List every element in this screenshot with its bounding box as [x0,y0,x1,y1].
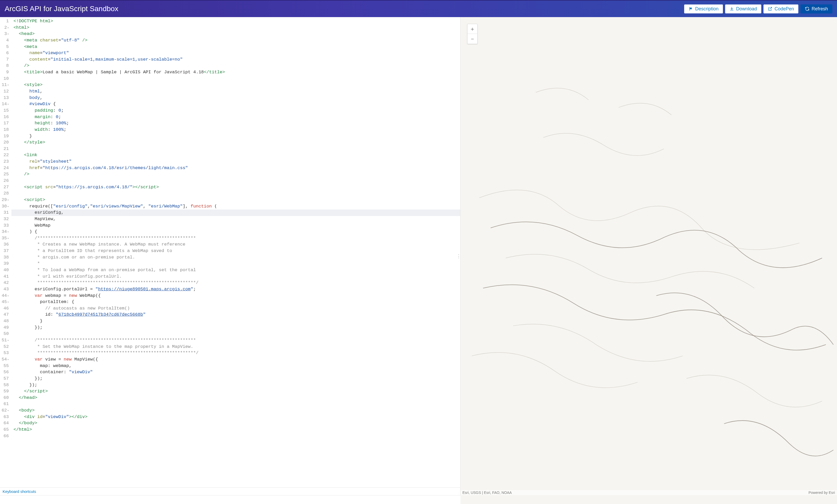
code-line[interactable]: }); [12,324,460,331]
code-line[interactable]: <body> [12,407,460,414]
flag-icon [689,6,693,11]
code-line[interactable]: portalItem: { [12,299,460,305]
code-line[interactable]: map: webmap, [12,363,460,369]
code-line[interactable]: } [12,318,460,324]
code-line[interactable]: }); [12,376,460,382]
code-line[interactable]: </head> [12,395,460,401]
code-line[interactable]: <html> [12,24,460,31]
code-line[interactable]: </body> [12,420,460,427]
line-number: 53 [1,350,9,356]
code-line[interactable]: ****************************************… [12,280,460,286]
code-line[interactable]: <div id="viewDiv"></div> [12,414,460,421]
code-line[interactable]: width: 100%; [12,127,460,133]
line-number: 29 [1,197,9,203]
line-number: 66 [1,433,9,440]
line-number: 21 [1,146,9,152]
code-line[interactable]: }); [12,382,460,389]
minus-icon: － [469,35,475,43]
line-number: 61 [1,401,9,407]
code-line[interactable]: ****************************************… [12,350,460,356]
code-line[interactable] [12,433,460,440]
code-line[interactable]: id: "6718cb4997d74517b347cd67dec5668b" [12,312,460,318]
code-line[interactable]: WebMap [12,223,460,229]
code-line[interactable] [12,178,460,184]
code-line[interactable]: /> [12,171,460,178]
refresh-button[interactable]: Refresh [800,4,832,14]
line-number: 47 [1,312,9,318]
code-line[interactable]: rel="stylesheet" [12,158,460,165]
line-number: 36 [1,241,9,248]
code-line[interactable]: esriConfig, [12,209,460,216]
code-line[interactable]: <script> [12,197,460,203]
code-line[interactable]: /> [12,63,460,69]
code-line[interactable]: var view = new MapView({ [12,356,460,363]
line-number: 1 [1,18,9,24]
zoom-in-button[interactable]: ＋ [467,24,477,34]
code-body[interactable]: <!DOCTYPE html><html> <head> <meta chars… [12,17,460,487]
code-line[interactable]: * To load a WebMap from an on-premise po… [12,267,460,274]
code-line[interactable]: var webmap = new WebMap({ [12,293,460,299]
code-line[interactable]: /***************************************… [12,337,460,344]
code-line[interactable]: container: "viewDiv" [12,369,460,376]
code-line[interactable]: <meta [12,44,460,50]
code-line[interactable]: #viewDiv { [12,101,460,108]
code-line[interactable]: <style> [12,82,460,88]
line-number: 7 [1,56,9,63]
code-line[interactable]: <!DOCTYPE html> [12,18,460,24]
line-number: 62 [1,407,9,414]
code-line[interactable]: padding: 0; [12,108,460,114]
line-number: 56 [1,369,9,376]
code-line[interactable] [12,146,460,152]
code-line[interactable]: esriConfig.portalUrl = "https://niuge890… [12,286,460,293]
download-button[interactable]: Download [725,4,761,14]
code-line[interactable]: * a PortalItem ID that represents a WebM… [12,248,460,254]
code-line[interactable]: * Set the WebMap instance to the map pro… [12,344,460,350]
line-number: 57 [1,376,9,382]
line-number: 33 [1,223,9,229]
code-line[interactable]: // autocasts as new PortalItem() [12,305,460,312]
code-line[interactable]: * Creates a new WebMap instance. A WebMa… [12,241,460,248]
preview-pane: ＋ － Esri, USGS | Esri, FAO, NOAA Powered… [461,17,837,495]
code-line[interactable]: <script src="https://js.arcgis.com/4.18/… [12,184,460,191]
code-line[interactable] [12,190,460,197]
code-line[interactable]: <title>Load a basic WebMap | Sample | Ar… [12,69,460,76]
line-number: 5 [1,44,9,50]
code-line[interactable]: require(["esri/config","esri/views/MapVi… [12,203,460,210]
keyboard-shortcuts-link[interactable]: Keyboard shortcuts [3,489,36,493]
code-line[interactable]: body, [12,95,460,101]
code-line[interactable]: <meta charset="utf-8" /> [12,37,460,44]
line-number: 28 [1,190,9,197]
code-line[interactable] [12,76,460,82]
code-line[interactable] [12,331,460,337]
description-label: Description [695,6,718,12]
line-number: 8 [1,63,9,69]
download-icon [729,6,734,11]
line-number: 26 [1,178,9,184]
code-line[interactable]: * [12,261,460,267]
code-line[interactable]: margin: 0; [12,114,460,120]
code-line[interactable]: name="viewport" [12,50,460,56]
code-line[interactable]: </script> [12,388,460,395]
code-line[interactable]: ) { [12,229,460,235]
code-line[interactable]: content="initial-scale=1,maximum-scale=1… [12,56,460,63]
code-line[interactable]: <link [12,152,460,158]
map-canvas[interactable] [461,17,837,504]
code-line[interactable]: <head> [12,31,460,37]
code-line[interactable]: MapView, [12,216,460,223]
code-line[interactable]: </html> [12,427,460,433]
code-line[interactable]: * url with esriConfig.portalUrl. [12,274,460,280]
code-line[interactable]: * arcgis.com or an on-premise portal. [12,254,460,261]
codepen-button[interactable]: CodePen [763,4,798,14]
code-line[interactable] [12,401,460,407]
codepen-label: CodePen [774,6,794,12]
code-line[interactable]: html, [12,88,460,95]
zoom-out-button[interactable]: － [467,34,477,44]
code-line[interactable]: href="https://js.arcgis.com/4.18/esri/th… [12,165,460,171]
code-line[interactable]: height: 100%; [12,120,460,127]
code-editor[interactable]: 1234567891011121314151617181920212223242… [0,17,460,487]
description-button[interactable]: Description [684,4,723,14]
line-number: 44 [1,293,9,299]
code-line[interactable]: /***************************************… [12,235,460,242]
code-line[interactable]: } [12,133,460,139]
code-line[interactable]: </style> [12,139,460,146]
